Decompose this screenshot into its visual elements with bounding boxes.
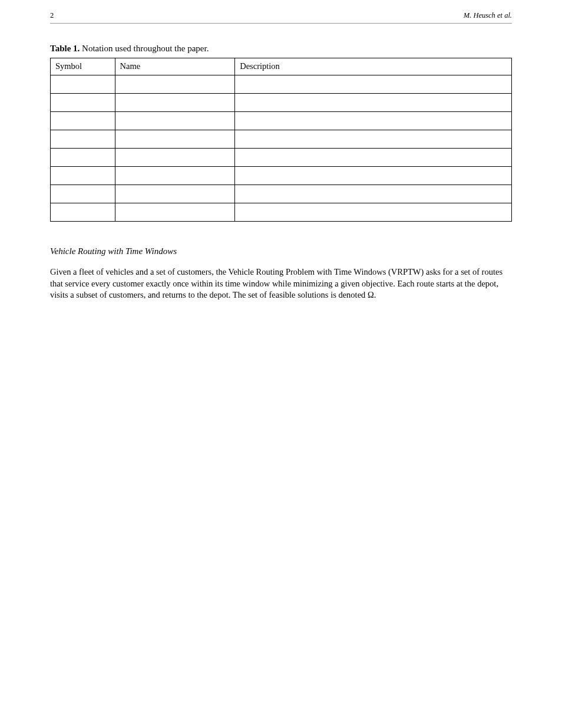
cell-name <box>115 148 235 166</box>
cell-desc <box>235 93 512 111</box>
cell-desc <box>235 203 512 221</box>
cell-desc <box>235 130 512 148</box>
table-row <box>51 130 512 148</box>
table-row <box>51 75 512 93</box>
notation-table: Symbol Name Description <box>50 58 512 222</box>
cell-symbol <box>51 75 115 93</box>
cell-desc <box>235 148 512 166</box>
cell-desc <box>235 75 512 93</box>
table-caption-text: Notation used throughout the paper. <box>82 44 209 53</box>
cell-name <box>115 130 235 148</box>
section-heading: Vehicle Routing with Time Windows <box>50 245 512 257</box>
body-paragraph: Given a fleet of vehicles and a set of c… <box>50 266 512 301</box>
col-header-symbol: Symbol <box>51 58 115 75</box>
cell-name <box>115 185 235 203</box>
cell-name <box>115 111 235 130</box>
table-row <box>51 166 512 185</box>
table-row <box>51 111 512 130</box>
cell-desc <box>235 166 512 185</box>
cell-name <box>115 203 235 221</box>
header-authors: M. Heusch et al. <box>464 11 512 21</box>
page-header: 2 M. Heusch et al. <box>50 0 512 24</box>
table-caption: Table 1. Notation used throughout the pa… <box>50 42 512 54</box>
cell-symbol <box>51 148 115 166</box>
cell-desc <box>235 111 512 130</box>
cell-name <box>115 93 235 111</box>
cell-name <box>115 166 235 185</box>
table-row <box>51 93 512 111</box>
col-header-name: Name <box>115 58 235 75</box>
cell-symbol <box>51 93 115 111</box>
table-row <box>51 148 512 166</box>
table-row <box>51 185 512 203</box>
table-header-row: Symbol Name Description <box>51 58 512 75</box>
cell-symbol <box>51 166 115 185</box>
cell-symbol <box>51 130 115 148</box>
page-number: 2 <box>50 11 54 21</box>
cell-name <box>115 75 235 93</box>
cell-desc <box>235 185 512 203</box>
cell-symbol <box>51 185 115 203</box>
table-row <box>51 203 512 221</box>
cell-symbol <box>51 203 115 221</box>
col-header-description: Description <box>235 58 512 75</box>
cell-symbol <box>51 111 115 130</box>
table-caption-prefix: Table 1. <box>50 44 80 53</box>
